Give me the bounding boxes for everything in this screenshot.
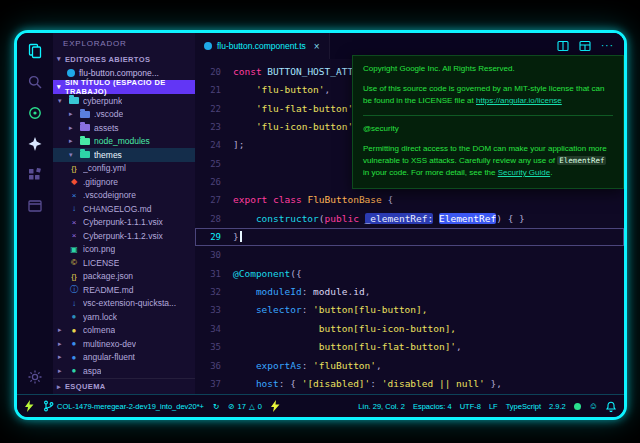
- more-actions-icon[interactable]: ···: [601, 41, 614, 51]
- code-line[interactable]: 30: [195, 246, 624, 264]
- outline-header[interactable]: ▸ ESQUEMA: [53, 378, 195, 394]
- online-indicator: [574, 403, 581, 410]
- source-control-icon[interactable]: [26, 104, 44, 122]
- folder-icon: [80, 124, 90, 131]
- cursor-position[interactable]: Lín. 29, Col. 2: [358, 402, 405, 411]
- tree-item-readme-md[interactable]: ⓘREADME.md: [53, 283, 195, 297]
- tree-item-yarn-lock[interactable]: ●yarn.lock: [53, 310, 195, 324]
- tooltip-link[interactable]: https://angular.io/license: [476, 96, 562, 105]
- tree-item-aspa[interactable]: ▸●aspa: [53, 364, 195, 378]
- code-line[interactable]: 27export class FluButtonBase {: [195, 191, 624, 209]
- window-icon[interactable]: [26, 197, 44, 215]
- file-tree: ▾cyberpunk▸.vscode▸assets▸node_modules▾t…: [53, 94, 195, 378]
- tab-close-icon[interactable]: ×: [314, 41, 320, 52]
- git-branch-indicator[interactable]: COL-1479-meregear-2-dev19_into_dev20*+: [43, 400, 204, 412]
- tree-item-license[interactable]: ©LICENSE: [53, 256, 195, 270]
- tree-item-angular-fluent[interactable]: ▸●angular-fluent: [53, 351, 195, 365]
- tab-label: flu-button.component.ts: [217, 41, 306, 51]
- code-line[interactable]: 29}: [195, 228, 624, 246]
- hover-tooltip: Copyright Google Inc. All Rights Reserve…: [352, 55, 624, 189]
- editor-group: flu-button.component.ts × ··· 20const BU…: [195, 33, 624, 394]
- tree-item-cyberpunk-1-1-1-vsix[interactable]: ×Cyberpunk-1.1.1.vsix: [53, 216, 195, 230]
- problems-indicator[interactable]: ⊘ 17 △ 0: [228, 402, 262, 411]
- extensions-icon[interactable]: [26, 166, 44, 184]
- sidebar-title: EXPLORADOR: [53, 33, 195, 52]
- vscode-window: EXPLORADOR ▾ EDITORES ABIERTOS flu-butto…: [14, 30, 627, 420]
- tree-item-cyberpunk-1-1-2-vsix[interactable]: ×Cyberpunk-1.1.2.vsix: [53, 229, 195, 243]
- chevron-right-icon: ▸: [57, 383, 61, 391]
- folder-icon: [80, 151, 90, 158]
- settings-gear-icon[interactable]: [26, 368, 44, 386]
- typescript-file-icon: [204, 42, 212, 50]
- outline-label: ESQUEMA: [65, 382, 106, 391]
- code-line[interactable]: 36 exportAs: 'fluButton',: [195, 357, 624, 375]
- error-icon: ⊘: [228, 402, 234, 411]
- notifications-bell-icon[interactable]: [606, 401, 616, 412]
- chevron-down-icon: ▾: [57, 55, 61, 63]
- warning-count: 0: [258, 402, 262, 411]
- sync-icon[interactable]: ↻: [213, 402, 219, 411]
- tree-item-multinexo-dev[interactable]: ▸●multinexo-dev: [53, 337, 195, 351]
- activity-bar: [17, 33, 53, 394]
- tab-flu-button-component[interactable]: flu-button.component.ts ×: [195, 33, 330, 59]
- text-cursor: [240, 231, 242, 242]
- power-lightning-icon[interactable]: [25, 400, 34, 412]
- tree-item-icon-png[interactable]: ▣icon.png: [53, 243, 195, 257]
- tree-item-colmena[interactable]: ▸●colmena: [53, 324, 195, 338]
- tree-item-themes[interactable]: ▾themes: [53, 148, 195, 162]
- tree-item-changelog-md[interactable]: ↓CHANGELOG.md: [53, 202, 195, 216]
- tree-item--vscode[interactable]: ▸.vscode: [53, 108, 195, 122]
- typescript-version[interactable]: 2.9.2: [549, 402, 566, 411]
- editor-actions: ···: [557, 40, 624, 52]
- code-line[interactable]: 34 button[flu-icon-button],: [195, 320, 624, 338]
- tree-item--config-yml[interactable]: {}_config.yml: [53, 162, 195, 176]
- code-line[interactable]: 35 button[flu-flat-button]',: [195, 338, 624, 356]
- branch-icon: [43, 400, 54, 412]
- explorer-icon[interactable]: [26, 42, 44, 60]
- tooltip-link[interactable]: Security Guide: [498, 168, 550, 177]
- tree-item-cyberpunk[interactable]: ▾cyberpunk: [53, 94, 195, 108]
- folder-icon: [80, 111, 90, 118]
- layout-icon[interactable]: [579, 40, 591, 52]
- open-editors-header[interactable]: ▾ EDITORES ABIERTOS: [53, 52, 195, 66]
- warning-icon: △: [249, 402, 255, 411]
- status-bar: COL-1479-meregear-2-dev19_into_dev20*+ ↻…: [17, 394, 624, 417]
- split-editor-icon[interactable]: [557, 40, 569, 52]
- open-editors-label: EDITORES ABIERTOS: [65, 55, 150, 64]
- chevron-down-icon: ▾: [57, 83, 61, 91]
- branch-name: COL-1479-meregear-2-dev19_into_dev20*+: [57, 402, 204, 411]
- code-line[interactable]: 31@Component({: [195, 265, 624, 283]
- tree-item-vsc-extension-quicksta-[interactable]: ↓vsc-extension-quicksta...: [53, 297, 195, 311]
- tree-item-node-modules[interactable]: ▸node_modules: [53, 135, 195, 149]
- code-line[interactable]: 37 host: { '[disabled]': 'disabled || nu…: [195, 375, 624, 393]
- explorer-sidebar: EXPLORADOR ▾ EDITORES ABIERTOS flu-butto…: [53, 33, 195, 394]
- error-count: 17: [238, 402, 246, 411]
- folder-icon: [69, 97, 79, 104]
- search-icon[interactable]: [26, 73, 44, 91]
- code-line[interactable]: 28 constructor(public _elementRef: Eleme…: [195, 210, 624, 228]
- debug-icon[interactable]: [26, 135, 44, 153]
- encoding-indicator[interactable]: UTF-8: [460, 402, 481, 411]
- tree-item--vscodeignore[interactable]: ×.vscodeignore: [53, 189, 195, 203]
- typescript-file-icon: [67, 69, 75, 77]
- tree-item-package-json[interactable]: {}package.json: [53, 270, 195, 284]
- language-indicator[interactable]: TypeScript: [506, 402, 541, 411]
- folder-icon: [80, 138, 90, 145]
- tree-item-assets[interactable]: ▸assets: [53, 121, 195, 135]
- feedback-smiley-icon[interactable]: ☺: [589, 401, 598, 411]
- workspace-header[interactable]: ▾ SIN TÍTULO (ESPACIO DE TRABAJO): [53, 80, 195, 94]
- lightning-icon: [271, 400, 280, 412]
- tree-item--gitignore[interactable]: ◆.gitignore: [53, 175, 195, 189]
- indentation-indicator[interactable]: Espacios: 4: [413, 402, 452, 411]
- eol-indicator[interactable]: LF: [489, 402, 498, 411]
- code-line[interactable]: 33 selector: 'button[flu-button],: [195, 301, 624, 319]
- code-line[interactable]: 32 moduleId: module.id,: [195, 283, 624, 301]
- open-editor-filename: flu-button.compone...: [79, 68, 159, 78]
